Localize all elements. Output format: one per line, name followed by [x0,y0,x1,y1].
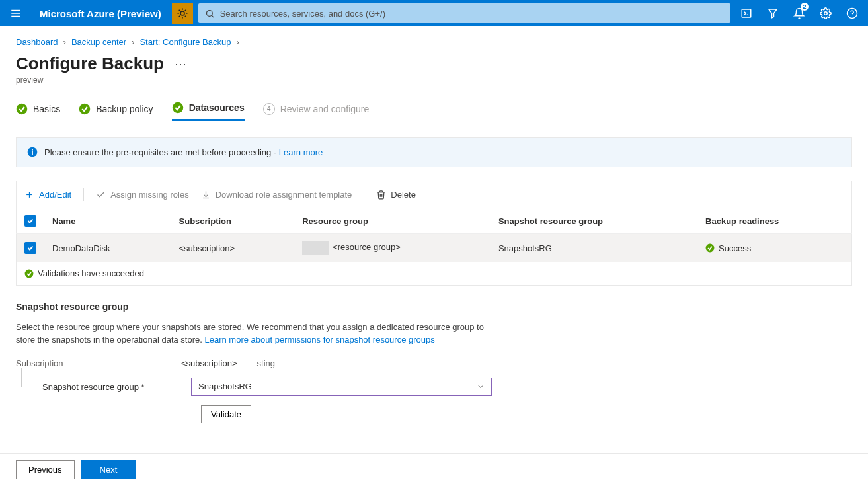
cell-name: DemoDataDisk [44,234,171,263]
step-label: Datasources [189,102,245,113]
info-bar: Please ensure the pre-requisites are met… [16,137,852,167]
validation-text: Validations have succeeded [38,268,144,278]
col-snapshot-rg[interactable]: Snapshot resource group [491,208,697,234]
dropdown-value: SnapshotsRG [198,382,252,391]
top-header: Microsoft Azure (Preview) 2 [0,0,868,26]
step-label: Basics [33,104,60,114]
info-icon [27,147,38,157]
snapshot-rg-row: Snapshot resource group * SnapshotsRG [16,378,492,396]
chevron-down-icon [477,383,485,391]
add-edit-button[interactable]: Add/Edit [24,190,71,200]
subscription-suffix: sting [257,358,275,368]
svg-point-30 [706,244,715,253]
help-button[interactable] [839,0,865,26]
toolbar-label: Delete [391,190,416,200]
section-learn-more-link[interactable]: Learn more about permissions for snapsho… [204,335,434,344]
toolbar-separator [364,188,364,201]
page-title: Configure Backup [16,54,164,74]
search-bar[interactable] [198,3,730,23]
step-basics[interactable]: Basics [16,98,60,120]
svg-point-20 [17,103,28,114]
col-subscription[interactable]: Subscription [171,208,295,234]
toolbar-label: Download role assignment template [216,190,352,200]
chevron-right-icon: › [63,37,66,47]
row-checkbox[interactable] [17,234,45,263]
col-name[interactable]: Name [44,208,171,234]
info-learn-more-link[interactable]: Learn more [279,147,323,157]
breadcrumb: Dashboard › Backup center › Start: Confi… [16,37,852,47]
settings-button[interactable] [812,0,839,26]
select-all-checkbox[interactable] [17,208,45,234]
toolbar-label: Assign missing roles [110,190,189,200]
toolbar-label: Add/Edit [39,190,71,200]
svg-line-8 [178,10,180,11]
success-icon [24,269,34,278]
step-backup-policy[interactable]: Backup policy [79,98,153,120]
snapshot-rg-dropdown[interactable]: SnapshotsRG [191,378,492,396]
more-actions-button[interactable]: ⋯ [172,54,190,74]
step-label: Review and configure [280,104,370,114]
gear-icon [820,7,832,19]
hamburger-icon [10,7,22,19]
step-number-icon: 4 [263,103,275,115]
directory-filter-button[interactable] [760,0,786,26]
breadcrumb-item[interactable]: Backup center [71,37,126,47]
section-heading: Snapshot resource group [16,302,492,312]
indent-bracket [21,368,34,387]
notifications-button[interactable]: 2 [786,0,812,26]
header-icons: 2 [730,0,868,26]
download-template-button[interactable]: Download role assignment template [201,190,352,200]
subscription-value: <subscription> [181,358,237,368]
svg-line-13 [212,15,214,17]
delete-button[interactable]: Delete [376,190,416,200]
brand-title[interactable]: Microsoft Azure (Preview) [32,8,169,19]
cloud-shell-button[interactable] [733,0,760,26]
col-resource-group[interactable]: Resource group [294,208,491,234]
preview-badge[interactable] [172,3,193,24]
search-input[interactable] [220,9,724,19]
help-icon [846,7,858,19]
cell-resource-group: <resource group> [294,234,491,263]
svg-point-22 [172,102,183,114]
step-datasources[interactable]: Datasources [172,97,245,121]
page-subtitle: preview [16,75,852,85]
subscription-row: Subscription <subscription> sting [16,358,492,368]
svg-point-17 [824,12,828,15]
plus-icon [24,190,34,200]
svg-line-10 [178,16,180,17]
cell-subscription: <subscription> [171,234,295,263]
table-row[interactable]: DemoDataDisk <subscription> <resource gr… [17,234,852,263]
success-icon [705,243,715,253]
cell-readiness: Success [697,234,851,263]
check-circle-icon [79,103,91,115]
search-icon [205,9,215,19]
svg-point-21 [79,103,91,114]
breadcrumb-item[interactable]: Start: Configure Backup [139,37,231,47]
info-text: Please ensure the pre-requisites are met… [44,147,279,157]
validate-button[interactable]: Validate [201,405,251,423]
col-readiness[interactable]: Backup readiness [697,208,851,234]
cloud-shell-icon [740,7,752,19]
subscription-label: Subscription [16,358,181,368]
next-button[interactable]: Next [81,460,136,479]
validation-row: Validations have succeeded [17,262,852,286]
trash-icon [376,190,386,200]
svg-line-9 [184,16,186,17]
svg-point-31 [25,269,34,278]
sun-icon [177,7,188,19]
filter-icon [767,7,779,19]
chevron-right-icon: › [236,37,239,47]
hamburger-menu[interactable] [0,0,32,26]
datasource-table: Name Subscription Resource group Snapsho… [16,208,852,286]
svg-point-12 [206,10,212,16]
assign-roles-button[interactable]: Assign missing roles [96,190,189,200]
wizard-footer: Previous Next [0,453,868,479]
chevron-right-icon: › [132,37,134,47]
step-review[interactable]: 4 Review and configure [263,98,370,120]
step-label: Backup policy [96,104,153,114]
notification-badge: 2 [801,3,809,11]
cell-snapshot-rg: SnapshotsRG [491,234,697,263]
snapshot-rg-label: Snapshot resource group * [42,381,145,392]
previous-button[interactable]: Previous [16,460,75,479]
breadcrumb-item[interactable]: Dashboard [16,37,58,47]
